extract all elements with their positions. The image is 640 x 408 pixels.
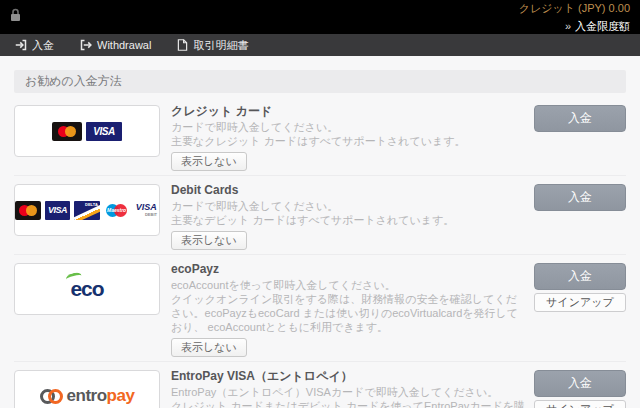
- signup-button[interactable]: サインアップ: [534, 400, 626, 408]
- maestro-logo: Maestro: [104, 201, 130, 220]
- nav-item-label: 入金: [32, 38, 54, 53]
- nav-item-label: Withdrawal: [97, 39, 151, 51]
- method-desc-line: クイックオンライン取引をする際は、財務情報の安全を確認してください。ecoPay…: [171, 292, 526, 334]
- nav-item-withdrawal[interactable]: Withdrawal: [67, 34, 164, 56]
- method-desc-line: 主要なデビット カードはすべてサポートされています。: [171, 213, 526, 227]
- method-info: Debit Cards カードで即時入金してください。 主要なデビット カードは…: [171, 183, 526, 250]
- nav-item-statement[interactable]: 取引明細書: [164, 34, 261, 56]
- method-row-ecopayz: eco ecoPayz ecoAccountを使って即時入金してください。 クイ…: [14, 254, 626, 361]
- method-title: EntroPay VISA（エントロペイ）: [171, 369, 526, 383]
- method-title: クレジット カード: [171, 104, 526, 118]
- method-row-entropay: entropay EntroPay VISA（エントロペイ） EntroPay（…: [14, 361, 626, 408]
- nav-item-label: 取引明細書: [193, 38, 248, 53]
- entropay-mark-icon: [40, 386, 63, 407]
- entropay-logo-box: entropay: [14, 370, 160, 408]
- double-chevron-icon: »: [565, 20, 571, 32]
- nav-item-deposit[interactable]: 入金: [2, 34, 67, 56]
- visa-logo: VISA: [86, 122, 122, 141]
- method-desc-line: クレジット カードまたはデビット カードを使ってEntroPayカードを購入でき…: [171, 399, 526, 408]
- method-title: Debit Cards: [171, 183, 526, 197]
- visa-delta-logo: DELTA: [74, 201, 100, 220]
- ecopayz-logo: eco: [70, 277, 103, 301]
- method-desc-line: カードで即時入金してください。: [171, 199, 526, 213]
- method-row-debit-cards: VISA DELTA Maestro VISADEBIT Debit Cards…: [14, 175, 626, 254]
- ecopayz-logo-box: eco: [14, 263, 160, 315]
- lock-icon: [10, 8, 21, 26]
- method-desc-line: EntroPay（エントロペイ）VISAカードで即時入金してください。: [171, 385, 526, 399]
- top-bar: クレジット (JPY) 0.00 »入金限度額: [0, 0, 640, 34]
- mastercard-logo: [52, 122, 82, 141]
- deposit-button[interactable]: 入金: [534, 263, 626, 290]
- document-icon: [177, 39, 188, 51]
- credit-card-logo-box: VISA: [14, 105, 160, 157]
- hide-button[interactable]: 表示しない: [171, 231, 247, 250]
- deposit-button[interactable]: 入金: [534, 184, 626, 211]
- method-row-credit-card: VISA クレジット カード カードで即時入金してください。 主要なクレジット …: [14, 97, 626, 175]
- credit-balance: クレジット (JPY) 0.00: [519, 1, 630, 16]
- method-info: ecoPayz ecoAccountを使って即時入金してください。 クイックオン…: [171, 262, 526, 357]
- method-info: EntroPay VISA（エントロペイ） EntroPay（エントロペイ）VI…: [171, 369, 526, 408]
- visa-debit-logo: VISADEBIT: [133, 201, 159, 220]
- deposit-button[interactable]: 入金: [534, 370, 626, 397]
- debit-cards-logo-box: VISA DELTA Maestro VISADEBIT: [14, 184, 160, 236]
- method-desc-line: 主要なクレジット カードはすべてサポートされています。: [171, 134, 526, 148]
- method-desc-line: カードで即時入金してください。: [171, 120, 526, 134]
- method-actions: 入金: [534, 184, 626, 211]
- method-desc-line: ecoAccountを使って即時入金してください。: [171, 278, 526, 292]
- method-actions: 入金 サインアップ WEB サイトを表示: [534, 370, 626, 408]
- method-title: ecoPayz: [171, 262, 526, 276]
- signup-button[interactable]: サインアップ: [534, 293, 626, 312]
- nav-bar: 入金 Withdrawal 取引明細書: [0, 34, 640, 56]
- deposit-limit-label: 入金限度額: [575, 20, 630, 32]
- deposit-methods-list: VISA クレジット カード カードで即時入金してください。 主要なクレジット …: [14, 97, 626, 408]
- method-actions: 入金 サインアップ: [534, 263, 626, 312]
- section-header: お勧めの入金方法: [14, 70, 626, 93]
- sign-in-icon: [15, 39, 27, 51]
- method-actions: 入金: [534, 105, 626, 132]
- hide-button[interactable]: 表示しない: [171, 338, 247, 357]
- method-info: クレジット カード カードで即時入金してください。 主要なクレジット カードはす…: [171, 104, 526, 171]
- hide-button[interactable]: 表示しない: [171, 152, 247, 171]
- entropay-logo: entropay: [40, 386, 135, 407]
- deposit-button[interactable]: 入金: [534, 105, 626, 132]
- main-content: お勧めの入金方法 VISA クレジット カード カードで即時入金してください。 …: [0, 70, 640, 408]
- sign-out-icon: [80, 39, 92, 51]
- mastercard-logo: [15, 201, 41, 220]
- visa-logo: VISA: [45, 201, 71, 220]
- deposit-limit-link[interactable]: »入金限度額: [565, 19, 630, 34]
